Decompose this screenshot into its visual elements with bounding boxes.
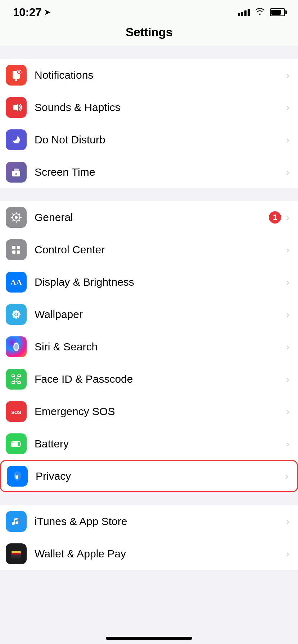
- settings-row-faceid[interactable]: Face ID & Passcode ›: [0, 363, 298, 395]
- privacy-icon: [7, 466, 28, 487]
- svg-point-1: [15, 79, 17, 81]
- siri-icon: [6, 336, 27, 357]
- wallet-chevron: ›: [286, 548, 289, 560]
- svg-point-34: [17, 378, 19, 379]
- donotdisturb-chevron: ›: [286, 134, 289, 146]
- settings-row-display[interactable]: AA Display & Brightness ›: [0, 266, 298, 298]
- bottom-spacing: [0, 570, 298, 599]
- general-badge: 1: [269, 211, 281, 224]
- sounds-icon: [6, 97, 27, 118]
- svg-rect-12: [12, 250, 15, 254]
- wallet-icon: [6, 543, 27, 564]
- general-chevron: ›: [286, 212, 289, 223]
- controlcenter-icon: [6, 239, 27, 260]
- section-1: Notifications › Sounds & Haptics › Do No…: [0, 59, 298, 188]
- display-label: Display & Brightness: [35, 276, 286, 288]
- svg-text:X: X: [15, 172, 17, 176]
- privacy-label: Privacy: [36, 470, 285, 482]
- battery-label: Battery: [35, 438, 286, 450]
- settings-row-itunes[interactable]: iTunes & App Store ›: [0, 505, 298, 538]
- screentime-label: Screen Time: [35, 166, 286, 178]
- settings-row-sounds[interactable]: Sounds & Haptics ›: [0, 91, 298, 124]
- svg-rect-31: [12, 382, 15, 383]
- time-label: 10:27: [13, 6, 41, 19]
- svg-point-33: [14, 378, 15, 379]
- svg-rect-39: [20, 443, 21, 445]
- battery-settings-icon: [6, 433, 27, 454]
- sos-chevron: ›: [286, 406, 289, 417]
- settings-row-sos[interactable]: SOS Emergency SOS ›: [0, 395, 298, 428]
- general-icon: [6, 207, 27, 228]
- settings-row-siri[interactable]: Siri & Search ›: [0, 331, 298, 363]
- svg-text:SOS: SOS: [11, 410, 21, 415]
- settings-row-general[interactable]: General 1 ›: [0, 201, 298, 234]
- section-gap-3: [0, 492, 298, 505]
- svg-point-3: [18, 71, 20, 73]
- svg-rect-6: [14, 169, 19, 171]
- itunes-chevron: ›: [286, 516, 289, 527]
- battery-icon: [270, 8, 285, 16]
- notifications-chevron: ›: [286, 70, 289, 81]
- sos-icon: SOS: [6, 401, 27, 422]
- controlcenter-label: Control Center: [35, 244, 286, 256]
- settings-row-wallpaper[interactable]: Wallpaper ›: [0, 298, 298, 331]
- section-gap-2: [0, 188, 298, 201]
- faceid-label: Face ID & Passcode: [35, 373, 286, 385]
- screentime-icon: X: [6, 162, 27, 183]
- wifi-icon: [255, 7, 265, 17]
- general-label: General: [35, 211, 269, 224]
- section-3: iTunes & App Store › Wallet & Apple Pay …: [0, 505, 298, 570]
- status-icons: [238, 7, 285, 17]
- svg-rect-30: [18, 375, 21, 377]
- wallpaper-label: Wallpaper: [35, 308, 286, 321]
- wallet-label: Wallet & Apple Pay: [35, 548, 286, 560]
- svg-rect-38: [12, 442, 18, 446]
- faceid-icon: [6, 369, 27, 390]
- signal-icon: [238, 8, 250, 16]
- controlcenter-chevron: ›: [286, 244, 289, 256]
- display-chevron: ›: [286, 277, 289, 288]
- donotdisturb-label: Do Not Disturb: [35, 134, 286, 146]
- siri-label: Siri & Search: [35, 341, 286, 353]
- section-2: General 1 › Control Center › AA Display …: [0, 201, 298, 492]
- wallpaper-icon: [6, 304, 27, 325]
- home-indicator: [106, 637, 192, 640]
- svg-rect-43: [12, 551, 21, 552]
- settings-row-privacy[interactable]: Privacy ›: [0, 460, 298, 492]
- notifications-label: Notifications: [35, 69, 286, 81]
- svg-rect-10: [12, 246, 15, 249]
- svg-rect-42: [12, 553, 21, 555]
- sos-label: Emergency SOS: [35, 405, 286, 418]
- settings-row-controlcenter[interactable]: Control Center ›: [0, 234, 298, 266]
- siri-chevron: ›: [286, 341, 289, 353]
- sounds-chevron: ›: [286, 102, 289, 113]
- settings-row-screentime[interactable]: X Screen Time ›: [0, 156, 298, 188]
- svg-marker-4: [13, 104, 18, 111]
- notifications-icon: [6, 65, 27, 86]
- status-time: 10:27 ➤: [13, 6, 50, 19]
- svg-text:AA: AA: [10, 278, 22, 287]
- faceid-chevron: ›: [286, 374, 289, 385]
- svg-point-9: [15, 216, 18, 219]
- location-icon: ➤: [44, 8, 50, 17]
- settings-row-donotdisturb[interactable]: Do Not Disturb ›: [0, 124, 298, 156]
- section-gap-1: [0, 46, 298, 59]
- svg-point-28: [14, 344, 18, 350]
- svg-rect-29: [12, 375, 15, 377]
- settings-row-battery[interactable]: Battery ›: [0, 428, 298, 460]
- itunes-label: iTunes & App Store: [35, 515, 286, 528]
- svg-point-26: [15, 313, 17, 316]
- svg-rect-11: [17, 246, 20, 249]
- svg-rect-32: [18, 382, 21, 383]
- wallpaper-chevron: ›: [286, 309, 289, 320]
- page-title-bar: Settings: [0, 22, 298, 46]
- battery-chevron: ›: [286, 438, 289, 450]
- settings-row-wallet[interactable]: Wallet & Apple Pay ›: [0, 538, 298, 570]
- page-title: Settings: [126, 25, 172, 39]
- display-icon: AA: [6, 272, 27, 293]
- screentime-chevron: ›: [286, 167, 289, 178]
- svg-rect-13: [17, 250, 20, 254]
- sounds-label: Sounds & Haptics: [35, 101, 286, 114]
- privacy-chevron: ›: [285, 471, 288, 482]
- settings-row-notifications[interactable]: Notifications ›: [0, 59, 298, 91]
